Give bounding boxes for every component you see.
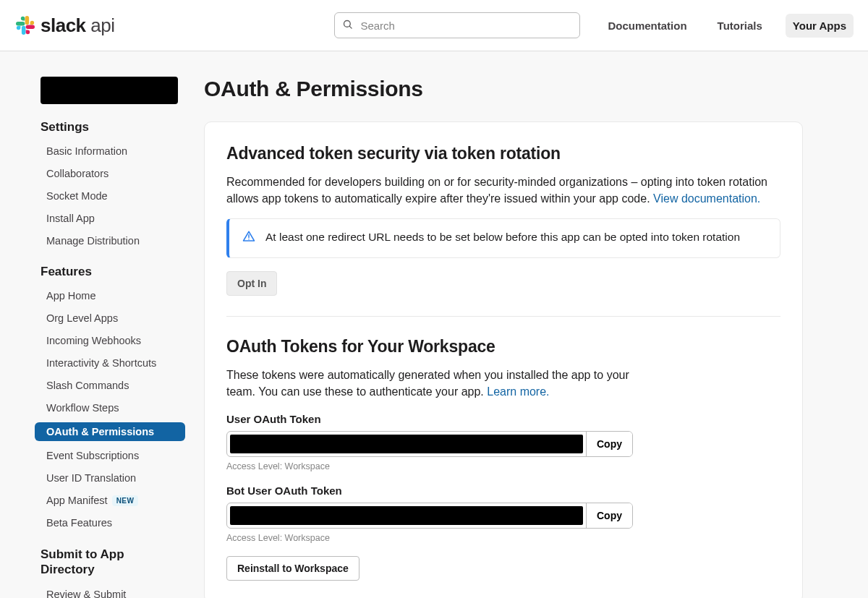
reinstall-to-workspace-button[interactable]: Reinstall to Workspace	[226, 556, 359, 581]
sidebar-item-install-app[interactable]: Install App	[41, 210, 178, 226]
section-title-oauth-tokens: OAuth Tokens for Your Workspace	[226, 337, 780, 356]
sidebar-item-label: Org Level Apps	[46, 312, 118, 324]
sidebar-item-label: App Manifest	[46, 495, 108, 506]
nav-documentation[interactable]: Documentation	[600, 14, 694, 38]
brand-logo[interactable]: slack api	[16, 14, 115, 37]
sidebar-item-label: Workflow Steps	[46, 402, 119, 414]
sidebar-item-collaborators[interactable]: Collaborators	[41, 166, 178, 181]
search-input[interactable]	[359, 19, 572, 33]
bot-token-access-level: Access Level: Workspace	[226, 533, 780, 543]
sidebar-heading-features: Features	[41, 265, 178, 279]
opt-in-button[interactable]: Opt In	[226, 271, 277, 296]
nav-tutorials[interactable]: Tutorials	[710, 14, 770, 38]
user-oauth-token-value[interactable]	[230, 435, 583, 453]
brand-text-bold: slack	[41, 14, 86, 36]
sidebar-item-app-home[interactable]: App Home	[41, 288, 178, 304]
sidebar-item-label: OAuth & Permissions	[46, 426, 154, 437]
sidebar-item-label: Install App	[46, 213, 95, 224]
svg-point-3	[248, 239, 250, 240]
sidebar-item-app-manifest[interactable]: App Manifest NEW	[41, 492, 178, 508]
oauth-tokens-description: These tokens were automatically generate…	[226, 367, 631, 400]
sidebar-item-label: User ID Translation	[46, 472, 136, 484]
page-title: OAuth & Permissions	[204, 77, 803, 101]
sidebar-item-socket-mode[interactable]: Socket Mode	[41, 188, 178, 204]
sidebar-item-beta-features[interactable]: Beta Features	[41, 515, 178, 531]
content-card: Advanced token security via token rotati…	[204, 121, 803, 598]
sidebar-item-basic-information[interactable]: Basic Information	[41, 143, 178, 159]
nav-your-apps[interactable]: Your Apps	[786, 14, 854, 38]
sidebar-item-event-subscriptions[interactable]: Event Subscriptions	[41, 448, 178, 464]
slack-logo-icon	[16, 16, 35, 35]
redirect-url-notice: At least one redirect URL needs to be se…	[226, 218, 780, 258]
learn-more-link[interactable]: Learn more.	[487, 385, 549, 398]
bot-oauth-token-field: Copy	[226, 503, 633, 529]
sidebar-heading-submit: Submit to App Directory	[41, 547, 149, 578]
sidebar-item-label: Socket Mode	[46, 190, 108, 202]
sidebar-item-label: Review & Submit	[46, 589, 126, 599]
sidebar-heading-settings: Settings	[41, 120, 178, 134]
top-bar: slack api Documentation Tutorials Your A…	[0, 0, 868, 51]
sidebar-item-interactivity-shortcuts[interactable]: Interactivity & Shortcuts	[41, 355, 178, 371]
main-content: OAuth & Permissions Advanced token secur…	[178, 77, 829, 598]
sidebar-features-list: App Home Org Level Apps Incoming Webhook…	[41, 288, 178, 531]
section-divider	[226, 316, 780, 317]
sidebar-item-slash-commands[interactable]: Slash Commands	[41, 377, 178, 393]
sidebar-item-label: Basic Information	[46, 145, 127, 157]
brand-text-thin: api	[86, 14, 115, 36]
warning-icon	[242, 230, 255, 247]
new-badge: NEW	[112, 495, 139, 506]
app-selector[interactable]	[41, 77, 178, 104]
sidebar-item-label: Beta Features	[46, 517, 112, 529]
copy-bot-token-button[interactable]: Copy	[586, 503, 632, 528]
sidebar-item-review-submit[interactable]: Review & Submit	[41, 586, 178, 599]
sidebar-settings-list: Basic Information Collaborators Socket M…	[41, 143, 178, 249]
svg-line-1	[350, 26, 352, 28]
search-icon	[342, 19, 353, 32]
user-oauth-token-field: Copy	[226, 431, 633, 457]
sidebar-item-label: App Home	[46, 290, 96, 302]
token-rotation-description: Recommended for developers building on o…	[226, 174, 780, 207]
sidebar-item-org-level-apps[interactable]: Org Level Apps	[41, 310, 178, 326]
sidebar-item-incoming-webhooks[interactable]: Incoming Webhooks	[41, 333, 178, 349]
sidebar-item-label: Manage Distribution	[46, 235, 140, 247]
sidebar-item-label: Interactivity & Shortcuts	[46, 357, 156, 369]
view-documentation-link[interactable]: View documentation.	[653, 192, 760, 205]
notice-text: At least one redirect URL needs to be se…	[265, 229, 740, 245]
bot-oauth-token-label: Bot User OAuth Token	[226, 484, 780, 497]
sidebar-submit-list: Review & Submit	[41, 586, 178, 599]
user-token-access-level: Access Level: Workspace	[226, 461, 780, 471]
oauth-tokens-body-text: These tokens were automatically generate…	[226, 369, 629, 398]
sidebar-item-label: Incoming Webhooks	[46, 335, 141, 346]
copy-user-token-button[interactable]: Copy	[586, 432, 632, 456]
bot-oauth-token-value[interactable]	[230, 506, 583, 525]
sidebar-item-label: Slash Commands	[46, 380, 129, 391]
header-nav: Documentation Tutorials Your Apps	[600, 14, 854, 38]
sidebar-item-label: Collaborators	[46, 168, 109, 179]
sidebar-item-workflow-steps[interactable]: Workflow Steps	[41, 400, 178, 416]
user-oauth-token-label: User OAuth Token	[226, 413, 780, 425]
sidebar: Settings Basic Information Collaborators…	[0, 77, 178, 598]
brand-text: slack api	[41, 14, 115, 37]
sidebar-item-oauth-permissions[interactable]: OAuth & Permissions	[35, 422, 185, 441]
search-box[interactable]	[334, 12, 580, 38]
sidebar-item-manage-distribution[interactable]: Manage Distribution	[41, 233, 178, 249]
sidebar-item-user-id-translation[interactable]: User ID Translation	[41, 470, 178, 486]
sidebar-item-label: Event Subscriptions	[46, 450, 139, 461]
section-title-token-rotation: Advanced token security via token rotati…	[226, 144, 780, 163]
